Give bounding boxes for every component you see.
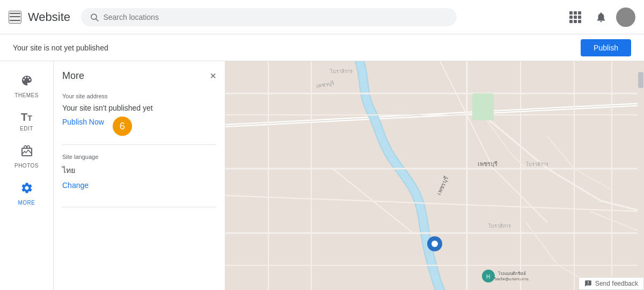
main-content: THEMES TT EDIT PHOTOS MORE More <box>0 61 644 290</box>
svg-point-2 <box>622 11 630 18</box>
change-link[interactable]: Change <box>62 181 89 190</box>
publish-now-link[interactable]: Publish Now <box>62 118 104 126</box>
publish-button[interactable]: Publish <box>581 39 631 56</box>
svg-rect-4 <box>225 61 644 290</box>
themes-icon <box>20 74 33 90</box>
sidebar: THEMES TT EDIT PHOTOS MORE <box>0 61 54 290</box>
edit-label: EDIT <box>20 126 33 132</box>
svg-text:โบราสิการ: โบราสิการ <box>526 162 548 167</box>
more-panel-title: More <box>62 70 84 82</box>
site-address-label: Your site address <box>62 93 216 99</box>
map-svg: เพชรบุรี โบราสิการ โบราสิการ โบราสิการ เ… <box>225 61 644 290</box>
avatar[interactable] <box>616 8 635 27</box>
photos-icon <box>20 144 33 161</box>
publish-banner-text: Your site is not yet published <box>13 44 572 52</box>
more-panel-header: More × <box>62 70 216 82</box>
site-language-section: Site language ไทย Change <box>62 154 216 198</box>
top-navigation: Website <box>0 0 644 34</box>
more-gear-icon <box>20 182 33 198</box>
notifications-button[interactable] <box>590 6 612 28</box>
search-input[interactable] <box>103 13 448 21</box>
svg-line-1 <box>96 19 98 21</box>
publish-banner: Your site is not yet published Publish <box>0 34 644 61</box>
sidebar-item-edit[interactable]: TT EDIT <box>5 107 48 136</box>
svg-text:วีสอร์ท@แก่งกระจาน: วีสอร์ท@แก่งกระจาน <box>494 277 529 281</box>
sidebar-item-photos[interactable]: PHOTOS <box>5 140 48 173</box>
svg-text:โรงแมนดิกชิลล์: โรงแมนดิกชิลล์ <box>498 271 526 276</box>
send-feedback[interactable]: Send feedback <box>579 277 644 290</box>
nav-right-icons <box>565 6 635 28</box>
site-address-section: Your site address Your site isn't publis… <box>62 93 216 136</box>
themes-label: THEMES <box>14 92 39 98</box>
photos-label: PHOTOS <box>14 163 39 169</box>
site-language-label: Site language <box>62 154 216 160</box>
send-feedback-text: Send feedback <box>595 280 638 287</box>
svg-text:เพชรบุรี: เพชรบุรี <box>478 161 497 168</box>
divider-2 <box>62 207 216 207</box>
more-label: MORE <box>18 200 35 206</box>
svg-rect-32 <box>472 93 494 120</box>
map-scrollbar-thumb <box>638 72 643 88</box>
site-address-value: Your site isn't published yet <box>62 104 216 112</box>
svg-point-3 <box>619 19 632 27</box>
search-icon <box>90 12 99 22</box>
menu-icon[interactable] <box>9 11 21 24</box>
feedback-icon <box>584 280 592 287</box>
svg-text:โบราสิการ: โบราสิการ <box>488 223 511 229</box>
more-panel: More × Your site address Your site isn't… <box>54 61 225 290</box>
apps-button[interactable] <box>565 6 586 28</box>
divider-1 <box>62 144 216 145</box>
grid-icon <box>569 11 581 23</box>
svg-text:โบราสิการ: โบราสิการ <box>330 69 353 74</box>
app-title: Website <box>28 10 70 24</box>
map-scrollbar[interactable] <box>638 61 644 279</box>
step-badge: 6 <box>113 117 132 136</box>
svg-text:H: H <box>486 274 490 280</box>
search-bar <box>81 8 457 26</box>
bell-icon <box>595 11 607 23</box>
close-button[interactable]: × <box>210 70 216 82</box>
sidebar-item-themes[interactable]: THEMES <box>5 70 48 103</box>
svg-point-40 <box>431 241 438 247</box>
sidebar-item-more[interactable]: MORE <box>5 177 48 210</box>
site-language-value: ไทย <box>62 164 216 176</box>
map-area: เพชรบุรี โบราสิการ โบราสิการ โบราสิการ เ… <box>225 61 644 290</box>
edit-icon: TT <box>21 111 32 124</box>
